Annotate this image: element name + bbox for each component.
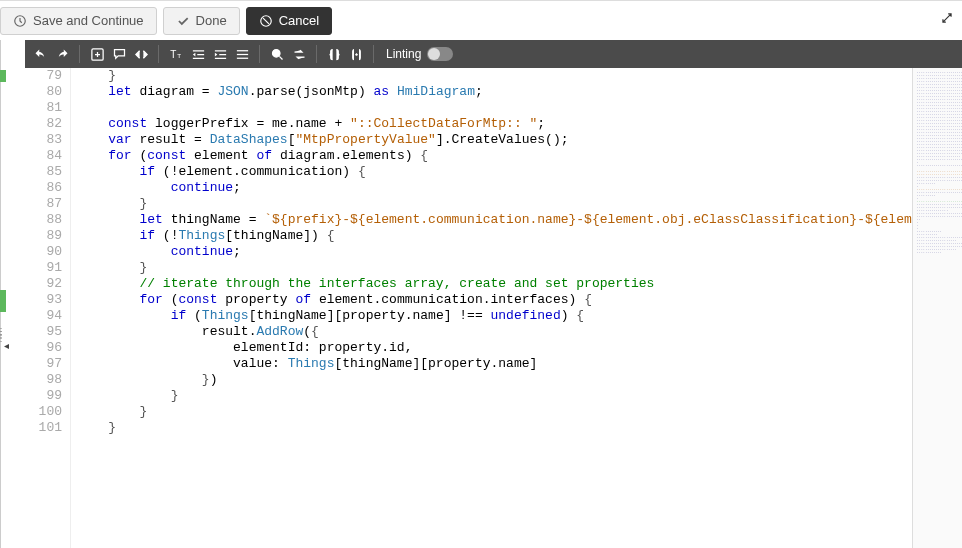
svg-text:T: T [177,52,181,59]
topbar: Save and Continue Done Cancel [0,0,962,40]
line-number: 97 [37,356,62,372]
code-line[interactable]: if (!Things[thingName]) { [77,228,912,244]
code-line[interactable]: for (const element of diagram.elements) … [77,148,912,164]
code-line[interactable]: continue; [77,180,912,196]
line-number: 90 [37,244,62,260]
line-number: 83 [37,132,62,148]
code-line[interactable]: } [77,420,912,436]
line-number: 80 [37,84,62,100]
linting-label: Linting [386,47,421,61]
line-number: 93 [37,292,62,308]
line-number: 82 [37,116,62,132]
left-panel-collapsed: ⋮⋮⋮ ◂ [0,40,1,548]
code-line[interactable]: } [77,68,912,84]
code-line[interactable]: }) [77,372,912,388]
cancel-icon [259,14,273,28]
done-button[interactable]: Done [163,7,240,35]
minimap[interactable]: ········································… [912,68,962,548]
code-line[interactable]: for (const property of element.communica… [77,292,912,308]
comment-icon[interactable] [110,45,128,63]
braces-icon[interactable] [325,45,343,63]
list-icon[interactable] [233,45,251,63]
add-panel-icon[interactable] [88,45,106,63]
code-content[interactable]: } let diagram = JSON.parse(jsonMtp) as H… [71,68,912,548]
code-line[interactable]: let thingName = `${prefix}-${element.com… [77,212,912,228]
linting-toggle[interactable] [427,47,453,61]
line-number: 99 [37,388,62,404]
done-label: Done [196,13,227,28]
code-line[interactable]: result.AddRow({ [77,324,912,340]
svg-rect-6 [236,53,247,54]
code-line[interactable]: } [77,404,912,420]
svg-text:T: T [170,49,176,60]
cancel-label: Cancel [279,13,319,28]
chevron-left-icon[interactable]: ◂ [4,340,9,351]
drag-handle[interactable]: ⋮⋮⋮ [0,330,6,339]
svg-rect-7 [236,57,247,58]
font-size-icon[interactable]: TT [167,45,185,63]
search-icon[interactable] [268,45,286,63]
redo-icon[interactable] [53,45,71,63]
line-number: 95 [37,324,62,340]
code-line[interactable]: } [77,260,912,276]
line-number: 91 [37,260,62,276]
change-marker [0,70,6,82]
line-number: 101 [37,420,62,436]
line-number: 79 [37,68,62,84]
code-line[interactable]: // iterate through the interfaces array,… [77,276,912,292]
svg-point-8 [272,49,280,57]
code-line[interactable]: const loggerPrefix = me.name + "::Collec… [77,116,912,132]
editor: TT Linting 79808182838485868788899091929… [25,40,962,548]
undo-icon[interactable] [31,45,49,63]
line-number: 88 [37,212,62,228]
line-number: 87 [37,196,62,212]
line-number: 86 [37,180,62,196]
code-line[interactable]: if (!element.communication) { [77,164,912,180]
outdent-icon[interactable] [189,45,207,63]
fullscreen-icon[interactable] [940,11,954,25]
line-number: 96 [37,340,62,356]
editor-toolbar: TT Linting [25,40,962,68]
save-label: Save and Continue [33,13,144,28]
line-number: 92 [37,276,62,292]
braces-add-icon[interactable] [347,45,365,63]
code-line[interactable]: elementId: property.id, [77,340,912,356]
replace-icon[interactable] [290,45,308,63]
line-number: 85 [37,164,62,180]
svg-rect-5 [236,50,247,51]
save-and-continue-button[interactable]: Save and Continue [0,7,157,35]
code-line[interactable]: var result = DataShapes["MtpPropertyValu… [77,132,912,148]
code-line[interactable]: value: Things[thingName][property.name] [77,356,912,372]
line-number: 81 [37,100,62,116]
line-number: 100 [37,404,62,420]
indent-icon[interactable] [211,45,229,63]
code-area[interactable]: 7980818283848586878889909192939495969798… [25,68,962,548]
line-number-gutter: 7980818283848586878889909192939495969798… [25,68,71,548]
code-line[interactable]: if (Things[thingName][property.name] !==… [77,308,912,324]
check-icon [176,14,190,28]
line-number: 89 [37,228,62,244]
editor-wrap: ⋮⋮⋮ ◂ TT Linting [0,40,962,548]
change-marker [0,290,6,312]
cancel-button[interactable]: Cancel [246,7,332,35]
save-icon [13,14,27,28]
line-number: 84 [37,148,62,164]
code-line[interactable]: } [77,196,912,212]
line-number: 98 [37,372,62,388]
code-icon[interactable] [132,45,150,63]
code-line[interactable] [77,100,912,116]
line-number: 94 [37,308,62,324]
code-line[interactable]: let diagram = JSON.parse(jsonMtp) as Hmi… [77,84,912,100]
code-line[interactable]: } [77,388,912,404]
code-line[interactable]: continue; [77,244,912,260]
